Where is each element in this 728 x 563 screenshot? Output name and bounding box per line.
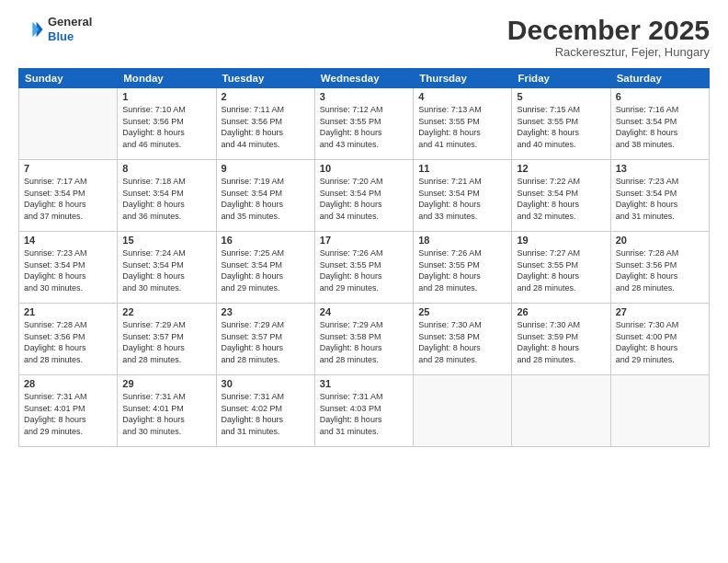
- calendar-week-1: 7Sunrise: 7:17 AM Sunset: 3:54 PM Daylig…: [19, 160, 710, 232]
- day-info: Sunrise: 7:28 AM Sunset: 3:56 PM Dayligh…: [24, 319, 112, 365]
- day-number: 14: [24, 235, 112, 246]
- day-info: Sunrise: 7:19 AM Sunset: 3:54 PM Dayligh…: [222, 176, 310, 222]
- logo-icon: [18, 17, 44, 42]
- day-number: 19: [517, 235, 605, 246]
- calendar-cell: 12Sunrise: 7:22 AM Sunset: 3:54 PM Dayli…: [512, 160, 610, 232]
- day-info: Sunrise: 7:23 AM Sunset: 3:54 PM Dayligh…: [616, 176, 704, 222]
- day-info: Sunrise: 7:31 AM Sunset: 4:02 PM Dayligh…: [222, 391, 310, 437]
- location-subtitle: Rackeresztur, Fejer, Hungary: [507, 45, 710, 59]
- calendar-cell: [414, 375, 512, 447]
- day-info: Sunrise: 7:22 AM Sunset: 3:54 PM Dayligh…: [517, 176, 605, 222]
- calendar-cell: 26Sunrise: 7:30 AM Sunset: 3:59 PM Dayli…: [512, 304, 610, 375]
- calendar-cell: 20Sunrise: 7:28 AM Sunset: 3:56 PM Dayli…: [610, 232, 709, 304]
- calendar-week-0: 1Sunrise: 7:10 AM Sunset: 3:56 PM Daylig…: [19, 88, 710, 160]
- day-number: 28: [24, 378, 112, 389]
- calendar-cell: 1Sunrise: 7:10 AM Sunset: 3:56 PM Daylig…: [118, 88, 216, 160]
- calendar-cell: 22Sunrise: 7:29 AM Sunset: 3:57 PM Dayli…: [118, 304, 216, 375]
- calendar-cell: 9Sunrise: 7:19 AM Sunset: 3:54 PM Daylig…: [216, 160, 314, 232]
- weekday-header-wednesday: Wednesday: [314, 69, 413, 88]
- day-number: 9: [222, 163, 310, 174]
- day-info: Sunrise: 7:20 AM Sunset: 3:54 PM Dayligh…: [320, 176, 408, 222]
- calendar-body: 1Sunrise: 7:10 AM Sunset: 3:56 PM Daylig…: [19, 88, 710, 447]
- calendar-cell: 27Sunrise: 7:30 AM Sunset: 4:00 PM Dayli…: [610, 304, 709, 375]
- day-number: 3: [320, 91, 408, 102]
- day-number: 6: [616, 91, 704, 102]
- day-info: Sunrise: 7:25 AM Sunset: 3:54 PM Dayligh…: [222, 247, 310, 293]
- day-info: Sunrise: 7:15 AM Sunset: 3:55 PM Dayligh…: [517, 104, 605, 150]
- calendar-cell: 7Sunrise: 7:17 AM Sunset: 3:54 PM Daylig…: [19, 160, 118, 232]
- calendar-cell: 13Sunrise: 7:23 AM Sunset: 3:54 PM Dayli…: [610, 160, 709, 232]
- day-info: Sunrise: 7:10 AM Sunset: 3:56 PM Dayligh…: [122, 104, 210, 150]
- day-number: 25: [418, 306, 506, 317]
- day-info: Sunrise: 7:23 AM Sunset: 3:54 PM Dayligh…: [24, 247, 112, 293]
- calendar-cell: 30Sunrise: 7:31 AM Sunset: 4:02 PM Dayli…: [216, 375, 314, 447]
- day-number: 23: [222, 306, 310, 317]
- day-number: 22: [122, 306, 210, 317]
- title-area: December 2025 Rackeresztur, Fejer, Hunga…: [507, 15, 710, 59]
- calendar-week-4: 28Sunrise: 7:31 AM Sunset: 4:01 PM Dayli…: [19, 375, 710, 447]
- logo-blue: Blue: [48, 29, 92, 44]
- weekday-header-saturday: Saturday: [610, 69, 709, 88]
- calendar-cell: 16Sunrise: 7:25 AM Sunset: 3:54 PM Dayli…: [216, 232, 314, 304]
- calendar-cell: 28Sunrise: 7:31 AM Sunset: 4:01 PM Dayli…: [19, 375, 118, 447]
- calendar-week-3: 21Sunrise: 7:28 AM Sunset: 3:56 PM Dayli…: [19, 304, 710, 375]
- weekday-header-monday: Monday: [118, 69, 216, 88]
- day-info: Sunrise: 7:16 AM Sunset: 3:54 PM Dayligh…: [616, 104, 704, 150]
- calendar-cell: 14Sunrise: 7:23 AM Sunset: 3:54 PM Dayli…: [19, 232, 118, 304]
- calendar-cell: 31Sunrise: 7:31 AM Sunset: 4:03 PM Dayli…: [314, 375, 413, 447]
- calendar-cell: 15Sunrise: 7:24 AM Sunset: 3:54 PM Dayli…: [118, 232, 216, 304]
- calendar-cell: 18Sunrise: 7:26 AM Sunset: 3:55 PM Dayli…: [414, 232, 512, 304]
- calendar-table: SundayMondayTuesdayWednesdayThursdayFrid…: [18, 68, 710, 447]
- calendar-cell: [512, 375, 610, 447]
- day-info: Sunrise: 7:31 AM Sunset: 4:01 PM Dayligh…: [122, 391, 210, 437]
- calendar-cell: 4Sunrise: 7:13 AM Sunset: 3:55 PM Daylig…: [414, 88, 512, 160]
- day-number: 8: [122, 163, 210, 174]
- day-number: 5: [517, 91, 605, 102]
- day-number: 11: [418, 163, 506, 174]
- day-number: 18: [418, 235, 506, 246]
- calendar-cell: 19Sunrise: 7:27 AM Sunset: 3:55 PM Dayli…: [512, 232, 610, 304]
- day-number: 17: [320, 235, 408, 246]
- month-title: December 2025: [507, 15, 710, 45]
- day-number: 4: [418, 91, 506, 102]
- day-number: 31: [320, 378, 408, 389]
- day-number: 20: [616, 235, 704, 246]
- day-number: 2: [222, 91, 310, 102]
- day-info: Sunrise: 7:26 AM Sunset: 3:55 PM Dayligh…: [418, 247, 506, 293]
- day-info: Sunrise: 7:12 AM Sunset: 3:55 PM Dayligh…: [320, 104, 408, 150]
- calendar-cell: [610, 375, 709, 447]
- day-number: 24: [320, 306, 408, 317]
- day-info: Sunrise: 7:29 AM Sunset: 3:57 PM Dayligh…: [122, 319, 210, 365]
- logo-text: General Blue: [48, 15, 92, 43]
- day-number: 30: [222, 378, 310, 389]
- day-info: Sunrise: 7:29 AM Sunset: 3:57 PM Dayligh…: [222, 319, 310, 365]
- day-info: Sunrise: 7:30 AM Sunset: 3:58 PM Dayligh…: [418, 319, 506, 365]
- day-number: 27: [616, 306, 704, 317]
- day-number: 21: [24, 306, 112, 317]
- calendar-cell: 29Sunrise: 7:31 AM Sunset: 4:01 PM Dayli…: [118, 375, 216, 447]
- page: General Blue December 2025 Rackeresztur,…: [0, 0, 728, 563]
- calendar-cell: 25Sunrise: 7:30 AM Sunset: 3:58 PM Dayli…: [414, 304, 512, 375]
- day-info: Sunrise: 7:31 AM Sunset: 4:03 PM Dayligh…: [320, 391, 408, 437]
- day-info: Sunrise: 7:18 AM Sunset: 3:54 PM Dayligh…: [122, 176, 210, 222]
- day-number: 26: [517, 306, 605, 317]
- calendar-cell: 17Sunrise: 7:26 AM Sunset: 3:55 PM Dayli…: [314, 232, 413, 304]
- day-info: Sunrise: 7:13 AM Sunset: 3:55 PM Dayligh…: [418, 104, 506, 150]
- day-info: Sunrise: 7:30 AM Sunset: 4:00 PM Dayligh…: [616, 319, 704, 365]
- calendar-cell: 24Sunrise: 7:29 AM Sunset: 3:58 PM Dayli…: [314, 304, 413, 375]
- day-number: 1: [122, 91, 210, 102]
- weekday-header-sunday: Sunday: [19, 69, 118, 88]
- calendar-cell: [19, 88, 118, 160]
- day-info: Sunrise: 7:24 AM Sunset: 3:54 PM Dayligh…: [122, 247, 210, 293]
- day-number: 10: [320, 163, 408, 174]
- day-info: Sunrise: 7:30 AM Sunset: 3:59 PM Dayligh…: [517, 319, 605, 365]
- logo: General Blue: [18, 15, 92, 43]
- day-number: 13: [616, 163, 704, 174]
- calendar-cell: 5Sunrise: 7:15 AM Sunset: 3:55 PM Daylig…: [512, 88, 610, 160]
- calendar-header: SundayMondayTuesdayWednesdayThursdayFrid…: [19, 69, 710, 88]
- day-number: 7: [24, 163, 112, 174]
- calendar-cell: 11Sunrise: 7:21 AM Sunset: 3:54 PM Dayli…: [414, 160, 512, 232]
- day-info: Sunrise: 7:17 AM Sunset: 3:54 PM Dayligh…: [24, 176, 112, 222]
- weekday-header-friday: Friday: [512, 69, 610, 88]
- day-number: 12: [517, 163, 605, 174]
